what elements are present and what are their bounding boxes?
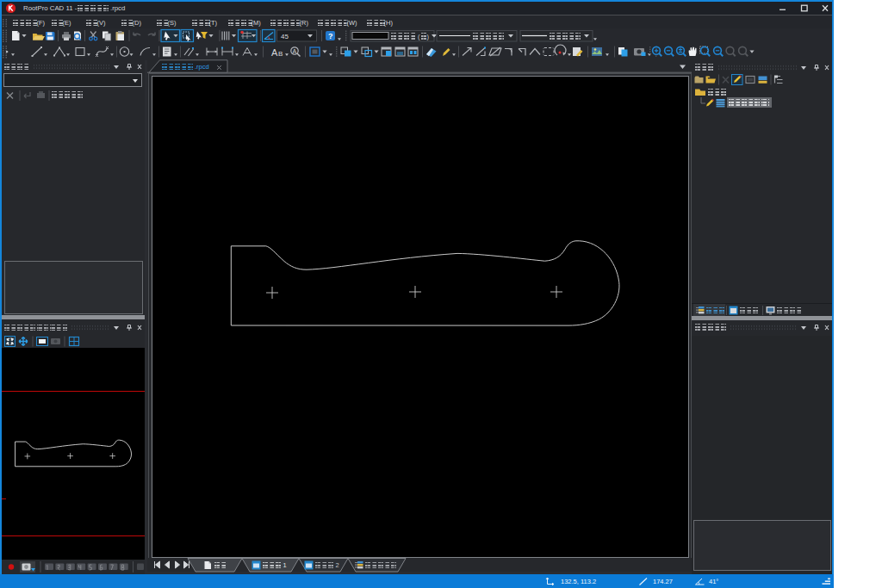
svg-text:45: 45: [281, 33, 289, 40]
svg-text:?: ?: [328, 32, 333, 40]
svg-text:A: A: [293, 48, 297, 54]
svg-text:A: A: [271, 47, 278, 58]
svg-text:B: B: [278, 50, 283, 58]
